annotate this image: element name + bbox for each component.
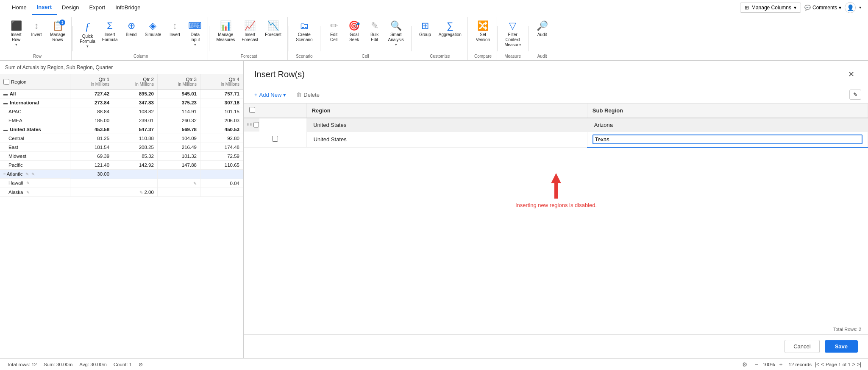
create-scenario-button[interactable]: 🗂 CreateScenario: [293, 19, 315, 44]
zoom-level: 100%: [762, 362, 775, 367]
next-page-button[interactable]: >: [852, 362, 855, 367]
table-row[interactable]: Alaska ✎ ✎ 2.00: [0, 188, 243, 196]
row-2-subregion-input[interactable]: [593, 135, 862, 144]
add-new-button[interactable]: + Add New ▾: [251, 90, 289, 100]
avatar[interactable]: 👤: [845, 2, 856, 13]
edit-icon-alaska-qtr2[interactable]: ✎: [139, 190, 143, 195]
set-version-button[interactable]: 🔀 SetVersion: [473, 19, 492, 44]
ribbon-separator-1: [72, 26, 73, 51]
data-input-button[interactable]: ⌨ DataInput ▾: [186, 19, 204, 48]
filter-icon[interactable]: ⊘: [139, 362, 143, 367]
region-header-label: Region: [11, 79, 26, 84]
row-1-region-input[interactable]: [312, 121, 582, 129]
ribbon-items-column: ƒ QuickFormula ▾ Σ InsertFormula ⊕ Blend…: [77, 17, 204, 54]
table-row[interactable]: ≡ Atlantic ✎ ✎ 30.00: [0, 170, 243, 179]
table-row[interactable]: Midwest 69.39 85.32 101.32 72.59: [0, 152, 243, 161]
invert-button: ↕ Invert: [27, 19, 46, 39]
dialog-table-container: Region Sub Region ⠿⠿: [244, 104, 868, 324]
row-qtr2: ✎ 2.00: [113, 188, 158, 196]
invert-icon: ↕: [34, 20, 39, 31]
forecast-button[interactable]: 📉 Forecast: [262, 19, 284, 39]
prev-page-button[interactable]: <: [821, 362, 824, 367]
dialog-row-2[interactable]: [244, 132, 868, 148]
table-row[interactable]: APAC 88.84 108.82 114.91 101.15: [0, 107, 243, 116]
table-row[interactable]: ▬ All 727.42 895.20 945.01 757.71: [0, 90, 243, 98]
quick-formula-button[interactable]: ƒ QuickFormula ▾: [77, 19, 98, 50]
avatar-dropdown-icon[interactable]: ▾: [859, 5, 861, 10]
row-2-region-input[interactable]: [312, 135, 582, 143]
group-button[interactable]: ⊞ Group: [416, 19, 434, 39]
table-row[interactable]: Central 81.25 110.88 104.09 92.80: [0, 134, 243, 143]
save-button[interactable]: Save: [825, 340, 858, 353]
zoom-out-button[interactable]: −: [752, 361, 761, 368]
row-qtr4: 0.04: [200, 179, 243, 188]
nav-infobridge[interactable]: InfoBridge: [110, 0, 145, 15]
manage-rows-button[interactable]: 3 📋 ManageRows: [47, 19, 68, 44]
simulate-button[interactable]: ◈ Simulate: [142, 19, 164, 39]
table-row[interactable]: Pacific 121.40 142.92 147.88 110.65: [0, 161, 243, 170]
delete-button[interactable]: 🗑 Delete: [293, 90, 323, 100]
row-2-checkbox[interactable]: [272, 136, 278, 142]
table-row[interactable]: ▬ United States 453.58 547.37 569.78 450…: [0, 125, 243, 134]
edit-icon-hawaii[interactable]: ✎: [26, 181, 30, 185]
audit-button[interactable]: 🔎 Audit: [533, 19, 551, 39]
edit-icon-1[interactable]: ✎: [25, 172, 29, 177]
edit-icon-alaska[interactable]: ✎: [26, 190, 30, 195]
expand-icon[interactable]: ▬: [3, 127, 8, 132]
cancel-button[interactable]: Cancel: [785, 340, 819, 353]
dialog-close-button[interactable]: ✕: [845, 68, 858, 81]
nav-export[interactable]: Export: [84, 0, 111, 15]
ribbon-items-measure: ▽ FilterContextMeasure: [502, 17, 523, 54]
row-qtr3: 216.49: [157, 143, 200, 152]
row-qtr4: 307.18: [200, 98, 243, 107]
quick-formula-icon: ƒ: [85, 20, 90, 33]
manage-columns-button[interactable]: ⊞ Manage Columns ▾: [740, 3, 801, 13]
ribbon-group-measure-label: Measure: [504, 54, 521, 59]
row-1-subregion: [587, 118, 868, 132]
edit-mode-button[interactable]: ✎: [849, 90, 861, 100]
row-qtr4: 206.03: [200, 116, 243, 125]
edit-icon-qtr3[interactable]: ✎: [193, 181, 197, 186]
expand-icon[interactable]: ▬: [3, 101, 8, 105]
page-navigation: |< < Page 1 of 1 > >|: [815, 362, 861, 367]
select-all-checkbox[interactable]: [249, 107, 255, 113]
table-row[interactable]: EMEA 185.00 239.01 260.32 206.03: [0, 116, 243, 125]
blend-button[interactable]: ⊕ Blend: [122, 19, 141, 39]
goal-seek-button[interactable]: 🎯 GoalSeek: [345, 19, 364, 44]
row-qtr1: 453.58: [70, 125, 113, 134]
settings-icon[interactable]: ⚙: [740, 361, 749, 368]
row-1-checkbox[interactable]: [253, 122, 259, 128]
nav-insert[interactable]: Insert: [32, 0, 57, 15]
data-table[interactable]: Region Qtr 1in Millions Qtr 2in Millions…: [0, 74, 243, 358]
smart-analysis-button[interactable]: 🔍 SmartAnalysis ▾: [386, 19, 406, 48]
nav-home[interactable]: Home: [7, 0, 32, 15]
last-page-button[interactable]: >|: [857, 362, 861, 367]
nav-design[interactable]: Design: [57, 0, 84, 15]
filter-context-button[interactable]: ▽ FilterContextMeasure: [502, 19, 523, 49]
header-checkbox[interactable]: [3, 79, 9, 85]
forecast-label: Forecast: [265, 32, 281, 37]
insert-rows-dialog: Insert Row(s) ✕ + Add New ▾ 🗑 Delete: [244, 61, 868, 358]
ribbon-group-audit-label: Audit: [537, 54, 547, 59]
comments-button[interactable]: 💬 Comments ▾: [804, 5, 841, 11]
dialog-row-1[interactable]: ⠿⠿: [244, 118, 868, 132]
insert-row-label: InsertRow: [11, 32, 21, 42]
expand-icon[interactable]: ▬: [3, 92, 8, 96]
insert-row-button[interactable]: ⬛ InsertRow ▾: [7, 19, 25, 48]
table-row[interactable]: East 181.54 208.25 216.49 174.48: [0, 143, 243, 152]
ribbon-items-customize: ⊞ Group ∑ Aggregation: [416, 17, 464, 54]
table-row[interactable]: ▬ International 273.84 347.83 375.23 307…: [0, 98, 243, 107]
first-page-button[interactable]: |<: [815, 362, 819, 367]
row-1-subregion-input[interactable]: [593, 121, 862, 129]
insert-forecast-button[interactable]: 📈 InsertForecast: [239, 19, 261, 44]
manage-measures-button[interactable]: 📊 ManageMeasures: [214, 19, 237, 44]
set-version-icon: 🔀: [477, 20, 489, 31]
zoom-in-button[interactable]: +: [777, 361, 785, 368]
row-qtr3: [157, 170, 200, 179]
row-qtr1: 69.39: [70, 152, 113, 161]
ribbon-items-row: ⬛ InsertRow ▾ ↕ Invert 3 📋 ManageRows: [7, 17, 68, 54]
aggregation-button[interactable]: ∑ Aggregation: [436, 19, 464, 39]
insert-formula-button[interactable]: Σ InsertFormula: [100, 19, 120, 44]
edit-icon-2[interactable]: ✎: [31, 172, 35, 177]
table-row[interactable]: Hawaii ✎ ✎ 0.04: [0, 179, 243, 188]
